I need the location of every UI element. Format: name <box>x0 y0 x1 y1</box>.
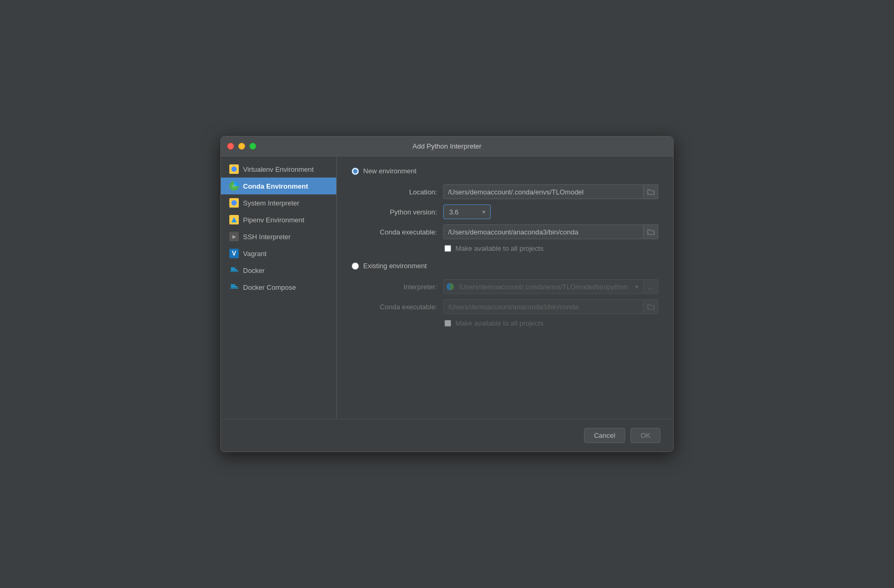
conda-exec-input-group <box>443 224 658 239</box>
svg-rect-12 <box>231 268 233 269</box>
svg-rect-16 <box>235 286 237 288</box>
conda-exec-input[interactable] <box>443 224 644 239</box>
interpreter-row: Interpreter: /Users/demoaccount/.conda/e… <box>363 279 658 294</box>
location-row: Location: <box>363 184 658 199</box>
make-available-new-label: Make available to all projects <box>455 244 543 252</box>
svg-point-3 <box>232 184 236 188</box>
sidebar-item-system[interactable]: System Interpreter <box>221 194 336 211</box>
existing-environment-radio-row[interactable]: Existing environment <box>352 262 658 270</box>
system-icon <box>229 198 239 208</box>
ssh-icon: ▶ <box>229 232 239 241</box>
location-input-group <box>443 184 658 199</box>
conda-exec-label: Conda executable: <box>363 228 437 236</box>
python-version-dropdown-wrapper: 2.7 3.5 3.6 3.7 3.8 3.9 ▼ <box>443 204 491 219</box>
ok-button[interactable]: OK <box>630 428 660 443</box>
new-environment-label: New environment <box>363 167 416 175</box>
sidebar-item-ssh[interactable]: ▶ SSH Interpreter <box>221 228 336 245</box>
new-environment-radio-row[interactable]: New environment <box>352 167 658 175</box>
dialog-title: Add Python Interpreter <box>413 142 482 150</box>
conda-exec-row: Conda executable: <box>363 224 658 239</box>
maximize-button[interactable] <box>249 143 256 150</box>
conda-exec-existing-input-group <box>443 299 658 314</box>
sidebar-item-conda[interactable]: Conda Environment <box>221 178 336 194</box>
conda-exec-folder-button[interactable] <box>644 224 658 239</box>
interpreter-select[interactable]: /Users/demoaccount/.conda/envs/TLOmodel/… <box>443 279 644 294</box>
conda-exec-existing-folder-button[interactable] <box>644 299 658 314</box>
interpreter-browse-button[interactable]: ... <box>644 279 658 294</box>
main-content: New environment Location: <box>337 156 673 419</box>
new-environment-radio[interactable] <box>352 168 359 175</box>
python-version-select[interactable]: 2.7 3.5 3.6 3.7 3.8 3.9 <box>443 204 491 219</box>
close-button[interactable] <box>227 143 234 150</box>
interpreter-label: Interpreter: <box>363 283 437 291</box>
svg-point-5 <box>231 200 237 205</box>
svg-rect-11 <box>235 269 237 271</box>
location-input[interactable] <box>443 184 644 199</box>
conda-exec-existing-label: Conda executable: <box>363 303 437 311</box>
vagrant-icon: V <box>229 249 239 258</box>
docker-compose-icon <box>229 282 239 292</box>
docker-icon <box>229 266 239 275</box>
svg-rect-10 <box>231 269 233 271</box>
svg-rect-17 <box>231 285 233 286</box>
svg-rect-13 <box>233 286 235 288</box>
make-available-new-row: Make available to all projects <box>444 244 658 252</box>
add-python-interpreter-dialog: Add Python Interpreter Virtualenv Enviro… <box>220 136 674 452</box>
pipenv-icon <box>229 215 239 224</box>
svg-rect-8 <box>233 269 235 271</box>
location-folder-button[interactable] <box>644 184 658 199</box>
make-available-existing-label: Make available to all projects <box>455 319 543 327</box>
existing-environment-form: Interpreter: /Users/demoaccount/.conda/e… <box>363 279 658 327</box>
svg-point-1 <box>231 166 237 172</box>
python-version-label: Python version: <box>363 208 437 216</box>
sidebar-item-virtualenv[interactable]: Virtualenv Environment <box>221 161 336 178</box>
svg-rect-15 <box>231 286 233 288</box>
conda-exec-existing-row: Conda executable: <box>363 299 658 314</box>
make-available-new-checkbox[interactable] <box>444 245 451 252</box>
svg-rect-9 <box>233 268 235 269</box>
minimize-button[interactable] <box>238 143 245 150</box>
sidebar-item-vagrant[interactable]: V Vagrant <box>221 245 336 262</box>
python-version-row: Python version: 2.7 3.5 3.6 3.7 3.8 3.9 … <box>363 204 658 219</box>
existing-environment-label: Existing environment <box>363 262 427 270</box>
make-available-existing-checkbox[interactable] <box>444 320 451 327</box>
sidebar-item-pipenv[interactable]: Pipenv Environment <box>221 211 336 228</box>
existing-environment-radio[interactable] <box>352 262 359 270</box>
sidebar: Virtualenv Environment Conda Environment… <box>221 156 337 419</box>
conda-icon <box>229 181 239 191</box>
dialog-footer: Cancel OK <box>221 419 673 452</box>
new-environment-form: Location: Python version: <box>363 184 658 252</box>
titlebar: Add Python Interpreter <box>221 136 673 156</box>
window-controls[interactable] <box>227 143 256 150</box>
sidebar-item-docker[interactable]: Docker <box>221 262 336 279</box>
conda-exec-existing-input[interactable] <box>443 299 644 314</box>
make-available-existing-row: Make available to all projects <box>444 319 658 327</box>
interpreter-conda-icon <box>446 283 454 290</box>
svg-rect-14 <box>233 285 235 286</box>
interpreter-arrow-icon: ▼ <box>634 284 639 290</box>
dialog-body: Virtualenv Environment Conda Environment… <box>221 156 673 419</box>
interpreter-select-wrapper: /Users/demoaccount/.conda/envs/TLOmodel/… <box>443 279 644 294</box>
sidebar-item-docker-compose[interactable]: Docker Compose <box>221 279 336 296</box>
location-label: Location: <box>363 188 437 196</box>
cancel-button[interactable]: Cancel <box>584 428 625 443</box>
virtualenv-icon <box>229 164 239 174</box>
